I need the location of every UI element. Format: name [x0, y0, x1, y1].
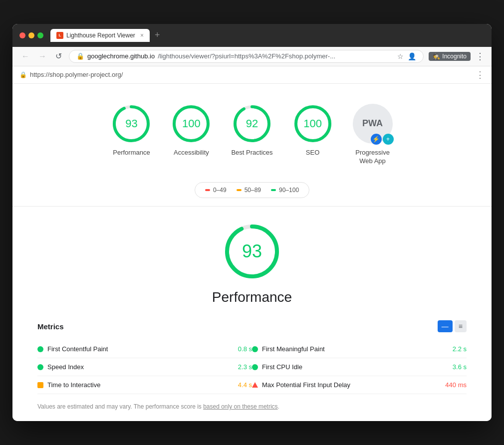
legend-label-green: 90–100	[279, 187, 299, 194]
url-domain: googlechrome.github.io	[87, 52, 155, 60]
metric-row-fcp: First Contentful Paint 0.8 s	[37, 340, 252, 358]
score-circle-performance: 93	[111, 104, 151, 144]
pwa-label: ProgressiveWeb App	[355, 149, 390, 166]
fcp-name: First Contentful Paint	[47, 345, 234, 353]
fci-dot	[252, 364, 258, 370]
metrics-note: Values are estimated and may vary. The p…	[37, 402, 467, 411]
mpfid-name: Max Potential First Input Delay	[262, 381, 441, 389]
fcp-dot	[37, 346, 43, 352]
score-circle-seo: 100	[293, 104, 333, 144]
big-score-number: 93	[242, 241, 262, 262]
score-circle-accessibility: 100	[171, 104, 211, 144]
performance-score: 93	[125, 117, 137, 130]
metrics-note-link[interactable]: based only on these metrics	[203, 403, 277, 410]
legend-dot-orange	[237, 189, 242, 191]
user-icon: 👤	[408, 52, 416, 60]
maximize-button[interactable]	[37, 32, 43, 38]
fmp-name: First Meaningful Paint	[262, 345, 449, 353]
toggle-detail-button[interactable]: ≡	[455, 320, 467, 332]
big-score-label: Performance	[212, 289, 292, 305]
url-bar[interactable]: 🔒 googlechrome.github.io /lighthouse/vie…	[69, 50, 424, 63]
incognito-label: Incognito	[442, 53, 467, 60]
pwa-text: PWA	[362, 118, 383, 129]
lock-icon: 🔒	[76, 52, 84, 60]
best-practices-score: 92	[246, 117, 258, 130]
fcp-value: 0.8 s	[238, 345, 252, 353]
big-score-section: 93 Performance	[32, 222, 472, 305]
tti-dot	[37, 382, 43, 388]
sub-lock-icon: 🔒	[19, 71, 27, 78]
legend-item-red: 0–49	[205, 187, 227, 194]
seo-score: 100	[303, 117, 322, 130]
browser-window: L Lighthouse Report Viewer × + ← → ↺ 🔒 g…	[12, 24, 492, 422]
pwa-badge-lightning: ⚡	[371, 134, 382, 145]
sub-address-bar: 🔒 https://shop.polymer-project.org/ ⋮	[12, 66, 492, 84]
metrics-note-end: .	[278, 403, 279, 410]
legend-item-green: 90–100	[271, 187, 299, 194]
reload-button[interactable]: ↺	[53, 50, 64, 62]
pwa-icon-wrapper: PWA ⚡ +	[353, 104, 393, 144]
metrics-section: Metrics — ≡ First Contentful Paint 0.8 s…	[32, 320, 472, 411]
tab-title: Lighthouse Report Viewer	[66, 32, 135, 39]
score-circle-best-practices: 92	[232, 104, 272, 144]
metrics-note-text: Values are estimated and may vary. The p…	[37, 403, 203, 410]
big-score-circle: 93	[222, 222, 282, 281]
score-item-best-practices[interactable]: 92 Best Practices	[231, 104, 272, 157]
fmp-dot	[252, 346, 258, 352]
close-button[interactable]	[19, 32, 25, 38]
metric-row-mpfid: Max Potential First Input Delay 440 ms	[252, 376, 467, 394]
incognito-icon: 🕵	[433, 53, 440, 60]
tti-name: Time to Interactive	[47, 381, 234, 389]
accessibility-score: 100	[182, 117, 201, 130]
sub-url: https://shop.polymer-project.org/	[30, 71, 123, 78]
page-content: 93 Performance 100 Accessibility	[12, 84, 492, 422]
back-button[interactable]: ←	[19, 51, 31, 62]
score-item-performance[interactable]: 93 Performance	[111, 104, 151, 157]
url-path: /lighthouse/viewer/?psiurl=https%3A%2F%2…	[158, 52, 335, 60]
traffic-lights	[19, 32, 43, 38]
minimize-button[interactable]	[28, 32, 34, 38]
scores-section: 93 Performance 100 Accessibility	[32, 99, 472, 171]
tab-close-button[interactable]: ×	[140, 32, 144, 39]
legend-label-orange: 50–89	[245, 187, 261, 194]
sub-menu-dots[interactable]: ⋮	[476, 69, 485, 80]
active-tab[interactable]: L Lighthouse Report Viewer ×	[50, 29, 150, 42]
url-icons: ☆ 👤	[397, 52, 416, 60]
metrics-title: Metrics	[37, 322, 64, 331]
pwa-badge-plus: +	[383, 134, 394, 145]
si-name: Speed Index	[47, 363, 234, 371]
best-practices-label: Best Practices	[231, 149, 272, 157]
toggle-summary-button[interactable]: —	[438, 320, 453, 332]
accessibility-label: Accessibility	[174, 149, 209, 157]
new-tab-button[interactable]: +	[152, 30, 163, 40]
score-item-seo[interactable]: 100 SEO	[293, 104, 333, 157]
section-divider	[12, 206, 492, 207]
seo-label: SEO	[306, 149, 319, 157]
score-item-accessibility[interactable]: 100 Accessibility	[171, 104, 211, 157]
legend-dot-green	[271, 189, 276, 191]
tab-bar: L Lighthouse Report Viewer × +	[50, 29, 480, 42]
legend-item-orange: 50–89	[237, 187, 261, 194]
score-legend: 0–49 50–89 90–100	[195, 182, 309, 198]
score-item-pwa[interactable]: PWA ⚡ + ProgressiveWeb App	[353, 104, 393, 166]
metric-row-tti: Time to Interactive 4.4 s	[37, 376, 252, 394]
tti-value: 4.4 s	[238, 381, 252, 389]
mpfid-value: 440 ms	[445, 381, 467, 389]
fmp-value: 2.2 s	[453, 345, 467, 353]
fci-value: 3.6 s	[453, 363, 467, 371]
pwa-badges: ⚡ +	[371, 134, 394, 145]
browser-menu-button[interactable]: ⋮	[476, 51, 485, 62]
metrics-grid: First Contentful Paint 0.8 s First Meani…	[37, 340, 467, 394]
metrics-header: Metrics — ≡	[37, 320, 467, 332]
si-value: 2.3 s	[238, 363, 252, 371]
lighthouse-favicon: L	[56, 32, 63, 39]
si-dot	[37, 364, 43, 370]
bookmark-icon[interactable]: ☆	[397, 52, 404, 60]
address-bar: ← → ↺ 🔒 googlechrome.github.io /lighthou…	[12, 47, 492, 66]
mpfid-dot	[252, 382, 258, 388]
metric-row-fci: First CPU Idle 3.6 s	[252, 358, 467, 376]
view-toggle: — ≡	[438, 320, 467, 332]
forward-button[interactable]: →	[36, 51, 48, 62]
fci-name: First CPU Idle	[262, 363, 449, 371]
metric-row-si: Speed Index 2.3 s	[37, 358, 252, 376]
